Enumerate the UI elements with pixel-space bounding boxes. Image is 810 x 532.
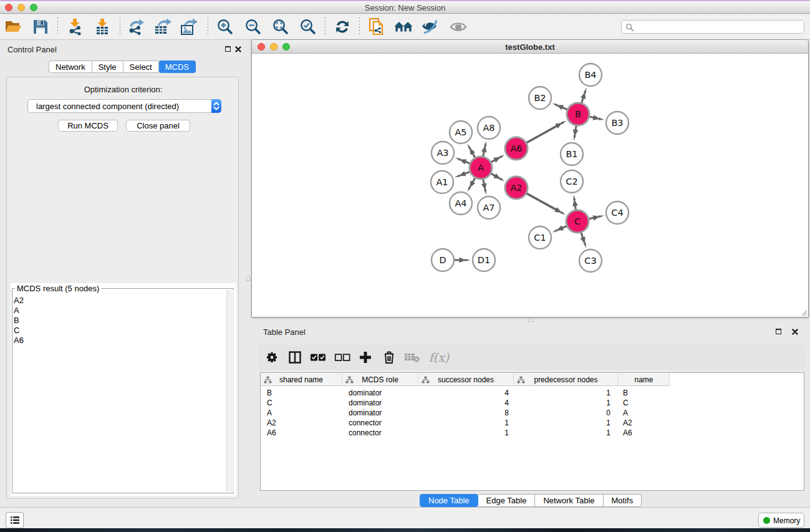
tab-node-table[interactable]: Node Table bbox=[420, 494, 478, 507]
node-A1[interactable]: A1 bbox=[431, 171, 453, 193]
export-table-icon[interactable] bbox=[153, 17, 172, 36]
column-header-shared-name[interactable]: shared name bbox=[261, 374, 342, 386]
export-image-icon[interactable] bbox=[180, 17, 198, 36]
table-cell[interactable]: dominator bbox=[342, 398, 418, 408]
zoom-selected-icon[interactable] bbox=[299, 17, 317, 36]
table-cell[interactable]: 4 bbox=[418, 398, 514, 408]
table-cell[interactable]: dominator bbox=[342, 388, 418, 398]
node-D1[interactable]: D1 bbox=[473, 249, 495, 271]
tab-mcds[interactable]: MCDS bbox=[159, 60, 196, 73]
table-row[interactable]: Bdominator41B bbox=[261, 388, 804, 398]
first-neighbors-icon[interactable] bbox=[394, 17, 413, 36]
node-A4[interactable]: A4 bbox=[450, 192, 472, 215]
export-network-icon[interactable] bbox=[127, 17, 146, 36]
column-layout-icon[interactable] bbox=[286, 348, 304, 367]
column-header-successor-nodes[interactable]: successor nodes bbox=[418, 374, 514, 386]
table-row[interactable]: Cdominator41C bbox=[261, 398, 804, 408]
table-row[interactable]: Adominator80A bbox=[261, 408, 804, 418]
hide-selected-icon[interactable] bbox=[422, 17, 440, 36]
table-float-icon[interactable] bbox=[776, 329, 781, 334]
table-cell[interactable]: A bbox=[619, 408, 670, 418]
network-window-titlebar[interactable]: testGlobe.txt bbox=[252, 40, 808, 54]
table-cell[interactable]: B bbox=[619, 388, 670, 398]
refresh-icon[interactable] bbox=[333, 17, 352, 36]
delete-table-icon[interactable] bbox=[403, 348, 422, 367]
show-panels-button[interactable] bbox=[6, 512, 24, 528]
table-cell[interactable]: dominator bbox=[342, 408, 418, 418]
table-cell[interactable]: 4 bbox=[418, 388, 514, 398]
tab-style[interactable]: Style bbox=[92, 60, 123, 73]
result-scrollbar[interactable] bbox=[226, 290, 234, 491]
result-list-item[interactable]: C bbox=[14, 326, 24, 336]
node-C3[interactable]: C3 bbox=[579, 249, 602, 272]
tab-select[interactable]: Select bbox=[123, 60, 159, 73]
table-cell[interactable]: 1 bbox=[418, 428, 514, 438]
function-builder-icon[interactable]: f(x) bbox=[427, 348, 451, 367]
tab-network-table[interactable]: Network Table bbox=[535, 494, 603, 507]
node-B3[interactable]: B3 bbox=[606, 112, 629, 134]
new-network-from-selection-icon[interactable] bbox=[367, 17, 386, 36]
node-C[interactable]: C bbox=[566, 210, 589, 233]
zoom-in-icon[interactable] bbox=[216, 17, 234, 36]
table-row[interactable]: A6connector11A6 bbox=[261, 428, 804, 438]
table-cell[interactable]: A6 bbox=[619, 428, 670, 438]
search-field[interactable] bbox=[621, 20, 804, 34]
table-cell[interactable]: connector bbox=[342, 418, 418, 428]
table-cell[interactable]: 1 bbox=[514, 428, 619, 438]
table-cell[interactable]: C bbox=[261, 398, 342, 408]
node-C2[interactable]: C2 bbox=[561, 170, 583, 193]
window-resize-grip[interactable] bbox=[800, 309, 808, 316]
table-cell[interactable]: 8 bbox=[418, 408, 514, 418]
table-cell[interactable]: 1 bbox=[514, 398, 619, 408]
deselect-all-checkboxes-icon[interactable] bbox=[333, 348, 352, 367]
tab-edge-table[interactable]: Edge Table bbox=[478, 494, 536, 507]
node-B2[interactable]: B2 bbox=[529, 87, 551, 109]
node-A5[interactable]: A5 bbox=[450, 121, 472, 143]
run-mcds-button[interactable]: Run MCDS bbox=[58, 120, 118, 132]
show-all-icon[interactable] bbox=[449, 17, 468, 36]
table-cell[interactable]: B bbox=[261, 388, 342, 398]
zoom-out-icon[interactable] bbox=[244, 17, 263, 36]
node-B[interactable]: B bbox=[567, 103, 589, 125]
node-A[interactable]: A bbox=[470, 157, 492, 179]
table-cell[interactable]: 1 bbox=[514, 388, 619, 398]
network-canvas[interactable]: AA1A3A4A5A7A8A6A2BB1B2B3B4CC1C2C3C4DD1 bbox=[252, 54, 808, 317]
table-cell[interactable]: A6 bbox=[261, 428, 342, 438]
tab-motifs[interactable]: Motifs bbox=[604, 494, 642, 507]
tab-network[interactable]: Network bbox=[49, 60, 92, 73]
optimization-criterion-dropdown[interactable]: largest connected component (directed) bbox=[27, 99, 221, 113]
node-A2[interactable]: A2 bbox=[505, 177, 528, 199]
table-cell[interactable]: 0 bbox=[514, 408, 619, 418]
table-cell[interactable]: 1 bbox=[418, 418, 514, 428]
split-divider-knob-vertical[interactable] bbox=[246, 276, 250, 281]
table-row[interactable]: A2connector11A2 bbox=[261, 418, 804, 428]
memory-button[interactable]: Memory bbox=[758, 513, 804, 528]
node-B1[interactable]: B1 bbox=[561, 143, 583, 165]
table-cell[interactable]: C bbox=[619, 398, 670, 408]
table-cell[interactable]: 1 bbox=[514, 418, 619, 428]
import-network-icon[interactable] bbox=[65, 17, 84, 36]
close-panel-button[interactable]: Close panel bbox=[126, 120, 190, 132]
node-A3[interactable]: A3 bbox=[432, 142, 454, 164]
node-C4[interactable]: C4 bbox=[606, 201, 629, 224]
select-all-checkboxes-icon[interactable] bbox=[309, 348, 327, 367]
add-column-icon[interactable] bbox=[356, 348, 375, 367]
node-D[interactable]: D bbox=[432, 249, 454, 271]
result-list-item[interactable]: B bbox=[14, 316, 24, 326]
table-cell[interactable]: A2 bbox=[261, 418, 342, 428]
zoom-fit-icon[interactable] bbox=[271, 17, 290, 36]
column-header-name[interactable]: name bbox=[619, 374, 670, 386]
table-close-icon[interactable] bbox=[792, 329, 798, 335]
node-B4[interactable]: B4 bbox=[579, 64, 602, 86]
node-C1[interactable]: C1 bbox=[529, 226, 551, 249]
open-file-icon[interactable] bbox=[4, 17, 22, 36]
save-session-icon[interactable] bbox=[31, 17, 50, 36]
table-cell[interactable]: A2 bbox=[619, 418, 670, 428]
result-list-item[interactable]: A6 bbox=[14, 336, 24, 346]
float-panel-icon[interactable] bbox=[225, 46, 231, 52]
import-table-icon[interactable] bbox=[93, 17, 112, 36]
column-header-predecessor-nodes[interactable]: predecessor nodes bbox=[514, 374, 619, 386]
node-A7[interactable]: A7 bbox=[478, 196, 500, 219]
node-A6[interactable]: A6 bbox=[505, 137, 528, 160]
node-A8[interactable]: A8 bbox=[478, 117, 500, 139]
